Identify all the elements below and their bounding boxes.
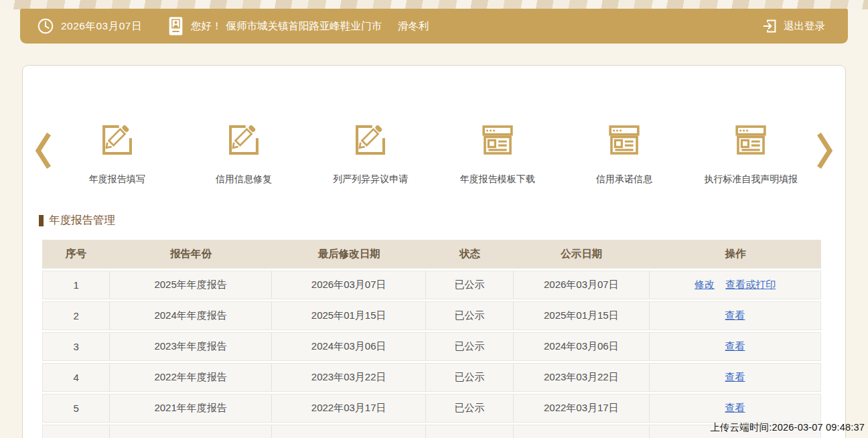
cell-last-modified: 2024年03月06日	[272, 332, 426, 361]
view-link[interactable]: 查看	[725, 309, 745, 321]
table-row: 5 2021年年度报告 2022年03月17日 已公示 2022年03月17日 …	[42, 394, 821, 423]
cell-status: 已公示	[426, 301, 513, 330]
carousel-item-label: 年度报告模板下载	[460, 173, 535, 186]
pencil-square-icon	[224, 121, 263, 159]
pencil-square-icon	[98, 121, 137, 159]
cell-index: 4	[42, 363, 110, 392]
cell-operation: 修改 查看或打印	[650, 271, 821, 299]
carousel-item-annual-report-fill[interactable]: 年度报告填写	[54, 121, 180, 186]
table-row-partial	[42, 425, 821, 438]
cell-last-modified: 2026年03月07日	[272, 271, 426, 299]
cell-index: 5	[42, 394, 110, 423]
logout-button[interactable]: 退出登录	[762, 18, 825, 34]
carousel-item-credit-repair[interactable]: 信用信息修复	[180, 121, 307, 186]
table-header-row: 序号 报告年份 最后修改日期 状态 公示日期 操作	[42, 240, 821, 269]
view-or-print-link[interactable]: 查看或打印	[725, 279, 776, 290]
annual-report-table-wrap: 序号 报告年份 最后修改日期 状态 公示日期 操作 1 2025年年度报告 20…	[42, 238, 821, 438]
carousel-item-label: 列严列异异议申请	[333, 173, 408, 186]
top-watermark-strip	[0, 0, 868, 9]
cell-publish-date: 2023年03月22日	[514, 363, 650, 392]
browser-template-icon	[731, 121, 770, 159]
carousel-prev-button[interactable]	[32, 130, 54, 171]
carousel-item-label: 信用信息修复	[216, 173, 272, 186]
view-link[interactable]: 查看	[725, 402, 745, 413]
col-header-index: 序号	[42, 240, 110, 269]
table-row: 1 2025年年度报告 2026年03月07日 已公示 2026年03月07日 …	[42, 271, 821, 299]
carousel-next-button[interactable]	[814, 130, 836, 171]
cell-index: 2	[42, 301, 110, 330]
carousel-item-label: 信用承诺信息	[596, 173, 652, 186]
cell-report-year: 2024年年度报告	[110, 301, 272, 330]
upload-time-overlay: 上传云端时间:2026-03-07 09:48:37	[710, 421, 865, 434]
current-date: 2026年03月07日	[61, 19, 142, 33]
cell-publish-date: 2022年03月17日	[514, 394, 650, 423]
browser-template-icon	[478, 121, 517, 159]
section-title: 年度报告管理	[49, 213, 115, 228]
cell-last-modified: 2022年03月17日	[272, 394, 426, 423]
cell-status: 已公示	[426, 394, 513, 423]
view-link[interactable]: 查看	[725, 340, 745, 352]
cell-last-modified: 2025年01月15日	[272, 301, 426, 330]
date-group: 2026年03月07日	[37, 17, 142, 35]
col-header-status: 状态	[426, 240, 513, 269]
cell-report-year: 2022年年度报告	[110, 363, 272, 392]
logout-icon	[762, 18, 778, 34]
table-row: 3 2023年年度报告 2024年03月06日 已公示 2024年03月06日 …	[42, 332, 821, 361]
section-title-marker	[39, 215, 44, 226]
carousel-item-credit-commitment[interactable]: 信用承诺信息	[561, 121, 687, 186]
cell-operation: 查看	[650, 332, 821, 361]
cell-index: 3	[42, 332, 110, 361]
cell-report-year: 2021年年度报告	[110, 394, 272, 423]
cell-operation: 查看	[650, 394, 821, 423]
greeting-text: 您好！	[191, 19, 222, 33]
annual-report-table: 序号 报告年份 最后修改日期 状态 公示日期 操作 1 2025年年度报告 20…	[42, 238, 821, 438]
carousel-item-standard-declaration[interactable]: 执行标准自我声明填报	[688, 121, 814, 186]
carousel-item-objection-apply[interactable]: 列严列异异议申请	[307, 121, 434, 186]
user-badge-icon	[169, 17, 183, 35]
topbar: 2026年03月07日 您好！ 偃师市城关镇首阳路亚峰鞋业门市 滑冬利 退出登录	[20, 9, 848, 44]
section-header: 年度报告管理	[39, 213, 845, 228]
col-header-report-year: 报告年份	[110, 240, 272, 269]
cell-status: 已公示	[426, 271, 513, 299]
cell-index: 1	[42, 271, 110, 299]
browser-template-icon	[605, 121, 644, 159]
cell-operation: 查看	[650, 363, 821, 392]
view-link[interactable]: 查看	[725, 371, 745, 382]
main-card: 年度报告填写 信用信息修复	[22, 65, 846, 438]
carousel-item-template-download[interactable]: 年度报告模板下载	[434, 121, 561, 186]
col-header-publish-date: 公示日期	[514, 240, 650, 269]
table-row: 4 2022年年度报告 2023年03月22日 已公示 2023年03月22日 …	[42, 363, 821, 392]
cell-report-year: 2023年年度报告	[110, 332, 272, 361]
col-header-last-modified: 最后修改日期	[272, 240, 426, 269]
cell-publish-date: 2025年01月15日	[514, 301, 650, 330]
cell-operation: 查看	[650, 301, 821, 330]
cell-status: 已公示	[426, 332, 513, 361]
modify-link[interactable]: 修改	[695, 279, 715, 290]
clock-icon	[37, 17, 54, 35]
cell-status: 已公示	[426, 363, 513, 392]
col-header-operation: 操作	[650, 240, 821, 269]
cell-publish-date: 2026年03月07日	[514, 271, 650, 299]
cell-publish-date: 2024年03月06日	[514, 332, 650, 361]
function-carousel: 年度报告填写 信用信息修复	[23, 66, 845, 186]
table-row: 2 2024年年度报告 2025年01月15日 已公示 2025年01月15日 …	[42, 301, 821, 330]
pencil-square-icon	[351, 121, 390, 159]
cell-last-modified: 2023年03月22日	[272, 363, 426, 392]
carousel-item-label: 年度报告填写	[89, 173, 145, 186]
logout-label: 退出登录	[784, 19, 825, 33]
company-name: 偃师市城关镇首阳路亚峰鞋业门市	[226, 19, 382, 33]
cell-report-year: 2025年年度报告	[110, 271, 272, 299]
user-name: 滑冬利	[398, 19, 429, 33]
carousel-item-label: 执行标准自我声明填报	[704, 173, 798, 186]
